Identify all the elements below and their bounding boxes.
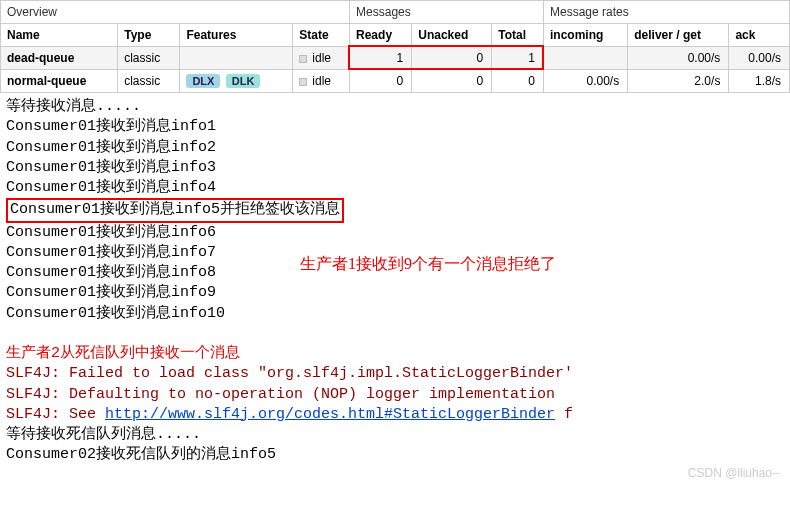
- console-line: Consumer01接收到消息info3: [6, 158, 784, 178]
- queue-link-dead[interactable]: dead-queue: [7, 51, 74, 65]
- cell-features: DLX DLK: [180, 70, 293, 93]
- console-blank: [6, 324, 784, 344]
- cell-type: classic: [118, 70, 180, 93]
- console-line: Consumer02接收死信队列的消息info5: [6, 445, 784, 465]
- col-deliver: deliver / get: [628, 24, 729, 47]
- col-type: Type: [118, 24, 180, 47]
- col-total: Total: [492, 24, 544, 47]
- console-output: 等待接收消息..... Consumer01接收到消息info1 Consume…: [0, 93, 790, 486]
- col-features: Features: [180, 24, 293, 47]
- col-state: State: [293, 24, 350, 47]
- console-line: Consumer01接收到消息info2: [6, 138, 784, 158]
- console-line-slf4j: SLF4J: Failed to load class "org.slf4j.i…: [6, 364, 784, 384]
- highlighted-console-line: Consumer01接收到消息info5并拒绝签收该消息: [6, 198, 344, 222]
- cell-ack: 1.8/s: [729, 70, 790, 93]
- table-row: dead-queue classic idle 1 0 1 0.00/s 0.0…: [1, 47, 790, 70]
- state-dot-icon: [299, 78, 307, 86]
- console-line: Consumer01接收到消息info1: [6, 117, 784, 137]
- cell-features: [180, 47, 293, 70]
- section-overview: Overview: [1, 1, 350, 24]
- col-ack: ack: [729, 24, 790, 47]
- state-dot-icon: [299, 55, 307, 63]
- col-unacked: Unacked: [412, 24, 492, 47]
- cell-type: classic: [118, 47, 180, 70]
- cell-ack: 0.00/s: [729, 47, 790, 70]
- console-line: Consumer01接收到消息info4: [6, 178, 784, 198]
- col-incoming: incoming: [544, 24, 628, 47]
- cell-incoming: [544, 47, 628, 70]
- feature-badge-dlx: DLX: [186, 74, 220, 88]
- cell-deliver: 0.00/s: [628, 47, 729, 70]
- section-rates: Message rates: [544, 1, 790, 24]
- cell-ready: 0: [350, 70, 412, 93]
- watermark: CSDN @lliuhao--: [688, 466, 780, 480]
- col-ready: Ready: [350, 24, 412, 47]
- cell-ready: 1: [350, 47, 412, 70]
- slf4j-link[interactable]: http://www.slf4j.org/codes.html#StaticLo…: [105, 406, 555, 423]
- console-line-slf4j: SLF4J: Defaulting to no-operation (NOP) …: [6, 385, 784, 405]
- cell-incoming: 0.00/s: [544, 70, 628, 93]
- console-line: 等待接收死信队列消息.....: [6, 425, 784, 445]
- console-line: 等待接收消息.....: [6, 97, 784, 117]
- col-name: Name: [1, 24, 118, 47]
- console-line: Consumer01接收到消息info9: [6, 283, 784, 303]
- queues-table: Overview Messages Message rates Name Typ…: [0, 0, 790, 93]
- feature-badge-dlk: DLK: [226, 74, 261, 88]
- cell-state: idle: [293, 70, 350, 93]
- cell-unacked: 0: [412, 70, 492, 93]
- section-messages: Messages: [350, 1, 544, 24]
- cell-unacked: 0: [412, 47, 492, 70]
- queue-link-normal[interactable]: normal-queue: [7, 74, 86, 88]
- cell-total: 1: [492, 47, 544, 70]
- cell-deliver: 2.0/s: [628, 70, 729, 93]
- annotation-producer1: 生产者1接收到9个有一个消息拒绝了: [300, 253, 556, 275]
- console-line: Consumer01接收到消息info10: [6, 304, 784, 324]
- cell-state: idle: [293, 47, 350, 70]
- annotation-producer2: 生产者2从死信队列中接收一个消息: [6, 344, 784, 364]
- console-line-slf4j: SLF4J: See http://www.slf4j.org/codes.ht…: [6, 405, 784, 425]
- console-line: Consumer01接收到消息info6: [6, 223, 784, 243]
- table-row: normal-queue classic DLX DLK idle 0 0 0 …: [1, 70, 790, 93]
- cell-total: 0: [492, 70, 544, 93]
